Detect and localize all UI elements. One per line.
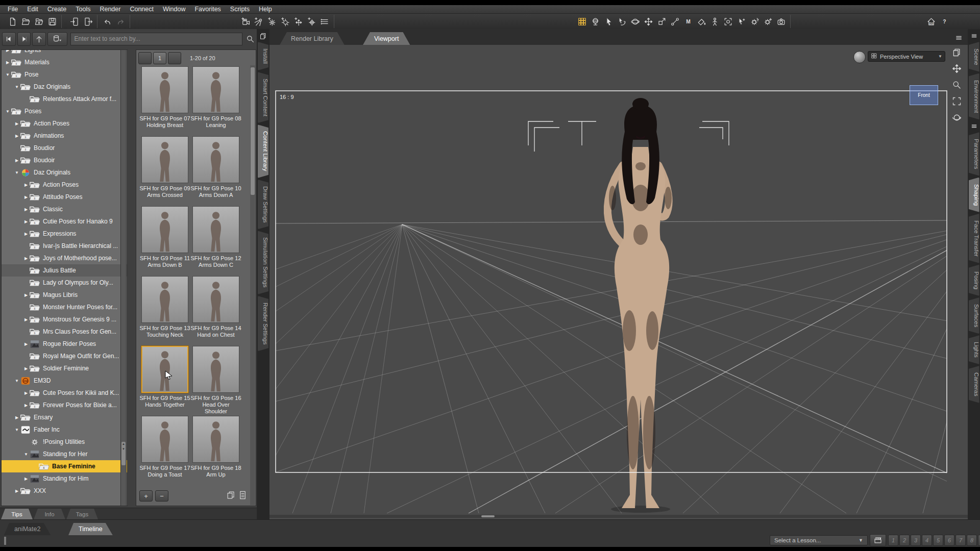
tree-scrollbar[interactable]: ▲▼ xyxy=(120,49,127,506)
pane-menu-icon[interactable] xyxy=(259,32,267,40)
viewport-orbit-control[interactable] xyxy=(951,112,966,125)
lesson-button-8[interactable]: 8 xyxy=(967,535,977,546)
lesson-button-5[interactable]: 5 xyxy=(933,535,943,546)
surface-tool-button[interactable] xyxy=(695,15,707,28)
lesson-button-2[interactable]: 2 xyxy=(899,535,910,546)
menu-help[interactable]: Help xyxy=(254,6,277,13)
tree-collapse-arrow-icon[interactable]: ▼ xyxy=(14,85,20,89)
tree-item-em3d[interactable]: ▼EMEM3D xyxy=(2,374,127,387)
pose-thumbnail[interactable] xyxy=(141,206,188,253)
menu-tools[interactable]: Tools xyxy=(71,6,95,13)
pose-thumbnail[interactable] xyxy=(141,136,188,183)
tree-item-boudoir[interactable]: ▶sBoudoir xyxy=(2,154,127,166)
tree-scrollbar-thumb[interactable]: ▲▼ xyxy=(121,442,126,465)
view-cube-gizmo[interactable]: Front xyxy=(910,85,938,105)
tree-item-monster-hunter-poses-for[interactable]: sMonster Hunter Poses for... xyxy=(2,301,127,313)
viewport-hscrollbar-thumb[interactable] xyxy=(481,515,495,517)
tree-item-classic[interactable]: ▶sClassic xyxy=(2,203,127,215)
scene-sphere-button[interactable] xyxy=(589,15,601,28)
lesson-button-4[interactable]: 4 xyxy=(922,535,932,546)
import-button[interactable] xyxy=(68,15,81,28)
undo-button[interactable] xyxy=(101,15,113,28)
tree-item-julius-battle[interactable]: sJulius Battle xyxy=(2,264,127,277)
menu-create[interactable]: Create xyxy=(43,6,71,13)
tab-viewport[interactable]: Viewport xyxy=(363,32,410,45)
viewport-zoom-control[interactable] xyxy=(951,80,966,92)
menu-window[interactable]: Window xyxy=(158,6,190,13)
page-next-button[interactable] xyxy=(168,52,181,64)
tree-item-rogue-rider-poses[interactable]: ▶Rogue Rider Poses xyxy=(2,338,127,350)
grid-view-button[interactable] xyxy=(223,53,235,64)
tree-expand-arrow-icon[interactable]: ▶ xyxy=(14,489,20,493)
scale-tool-button[interactable] xyxy=(655,15,668,28)
tree-collapse-arrow-icon[interactable]: ▼ xyxy=(5,72,11,77)
translate-tool-button[interactable] xyxy=(642,15,654,28)
menu-scripts[interactable]: Scripts xyxy=(226,6,254,13)
viewport-pane-menu-icon[interactable] xyxy=(954,33,964,43)
menu-connect[interactable]: Connect xyxy=(125,6,158,13)
play-lesson-button[interactable] xyxy=(870,534,886,546)
tree-item-action-poses[interactable]: ▶sAction Poses xyxy=(2,179,127,191)
tree-expand-arrow-icon[interactable]: ▶ xyxy=(23,342,29,346)
menu-edit[interactable]: Edit xyxy=(22,6,43,13)
pane-group-menu-icon[interactable] xyxy=(970,122,978,131)
tree-item-base-feminine[interactable]: sBase Feminine xyxy=(2,460,127,472)
nav-forward-button[interactable] xyxy=(17,32,31,46)
tree-expand-arrow-icon[interactable]: ▶ xyxy=(23,256,29,261)
tree-item-expressions[interactable]: ▶sExpressions xyxy=(2,228,127,240)
tree-expand-arrow-icon[interactable]: ▶ xyxy=(5,49,11,53)
menu-file[interactable]: File xyxy=(3,6,22,13)
frame-camera-tool-button[interactable] xyxy=(722,15,734,28)
timeline-resize-handle[interactable] xyxy=(4,537,6,545)
viewport-pan-control[interactable] xyxy=(951,63,966,76)
tab-face-transfer[interactable]: Face Transfer xyxy=(969,214,979,263)
tree-expand-arrow-icon[interactable]: ▶ xyxy=(23,366,29,371)
pose-thumbnail[interactable] xyxy=(141,276,188,323)
tab-smart-content[interactable]: Smart Content xyxy=(258,72,268,123)
pose-thumbnail[interactable] xyxy=(192,276,239,323)
tab-simulation-settings[interactable]: Simulation Settings xyxy=(258,231,268,294)
tree-item-faber-inc[interactable]: ▼Faber Inc xyxy=(2,423,127,436)
open-file-button[interactable] xyxy=(19,15,32,28)
tab-render-library[interactable]: Render Library xyxy=(280,32,345,45)
tab-environment[interactable]: Environment xyxy=(969,73,979,120)
menu-favorites[interactable]: Favorites xyxy=(190,6,225,13)
lesson-button-9[interactable]: 9 xyxy=(978,535,980,546)
tree-item-materials[interactable]: ▶sMaterials xyxy=(2,56,127,68)
pose-thumbnail[interactable] xyxy=(192,346,239,393)
tree-item-relentless-attack-armor-f[interactable]: sRelentless Attack Armor f... xyxy=(2,93,127,105)
tree-item-pose[interactable]: ▼sPose xyxy=(2,68,127,81)
tree-item-joys-of-motherhood-pose[interactable]: ▶sJoys of Motherhood pose... xyxy=(2,252,127,264)
tab-lights[interactable]: Lights xyxy=(969,335,979,364)
pose-thumbnail[interactable] xyxy=(192,66,239,113)
measure-tool-button[interactable]: M xyxy=(682,15,694,28)
connect-tool-button[interactable] xyxy=(669,15,681,28)
tab-info[interactable]: Info xyxy=(34,509,65,519)
tree-item-mrs-claus-poses-for-gen[interactable]: sMrs Claus Poses for Gen... xyxy=(2,325,127,338)
tree-item-attitude-poses[interactable]: ▶sAttitude Poses xyxy=(2,191,127,203)
gear-spark-button[interactable] xyxy=(748,15,761,28)
tree-expand-arrow-icon[interactable]: ▶ xyxy=(14,134,20,138)
camera-tool-button[interactable] xyxy=(775,15,787,28)
help-button[interactable]: ? xyxy=(938,15,950,28)
lesson-button-1[interactable]: 1 xyxy=(888,535,898,546)
tree-collapse-arrow-icon[interactable]: ▼ xyxy=(14,379,20,383)
figure-tool-button[interactable] xyxy=(708,15,721,28)
tree-expand-arrow-icon[interactable]: ▶ xyxy=(23,293,29,297)
redo-button[interactable] xyxy=(114,15,127,28)
tree-expand-arrow-icon[interactable]: ▶ xyxy=(23,232,29,236)
tab-draw-settings[interactable]: Draw Settings xyxy=(258,180,268,230)
tree-item-boudior[interactable]: sBoudior xyxy=(2,142,127,154)
tree-expand-arrow-icon[interactable]: ▶ xyxy=(23,183,29,187)
tree-item-poses[interactable]: ▼sPoses xyxy=(2,105,127,117)
tree-item-daz-originals[interactable]: ▼Daz Originals xyxy=(2,166,127,179)
tab-tags[interactable]: Tags xyxy=(66,509,98,519)
tab-shaping[interactable]: Shaping xyxy=(969,178,979,212)
save-button[interactable] xyxy=(46,15,58,28)
search-input[interactable] xyxy=(70,33,243,45)
add-camera-button[interactable] xyxy=(239,15,251,28)
tree-item-cute-poses-for-kikii-and-k[interactable]: ▶sCute Poses for Kikii and K... xyxy=(2,387,127,399)
open-recent-button[interactable] xyxy=(33,15,45,28)
pose-thumbnail[interactable] xyxy=(141,416,188,463)
tree-expand-arrow-icon[interactable]: ▶ xyxy=(23,403,29,408)
